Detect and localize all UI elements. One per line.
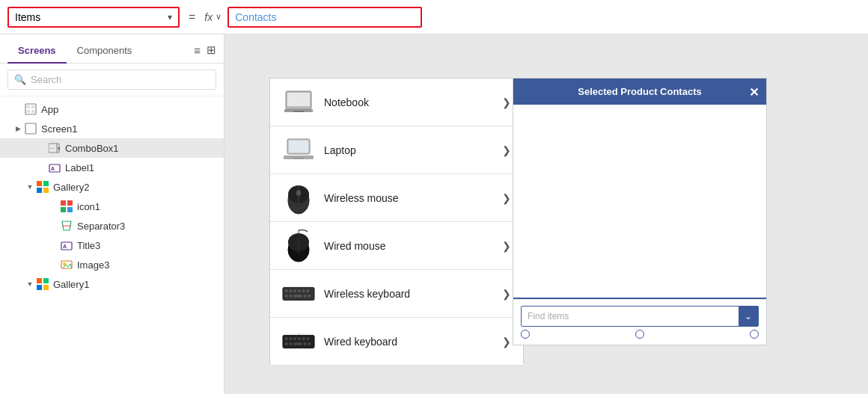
tree-label-gallery2: Gallery2 <box>53 182 218 193</box>
svg-rect-54 <box>293 294 302 297</box>
svg-rect-63 <box>307 337 310 340</box>
gallery1-icon <box>36 277 49 291</box>
gallery-item-laptop[interactable]: Laptop ❯ <box>270 126 523 174</box>
wired-mouse-chevron: ❯ <box>502 240 511 252</box>
tree-item-gallery1[interactable]: ▼ Gallery1 <box>0 274 224 294</box>
svg-rect-45 <box>283 287 314 300</box>
tree-item-icon1[interactable]: icon1 <box>0 197 224 216</box>
equals-sign: = <box>186 10 198 24</box>
svg-rect-27 <box>43 278 49 283</box>
svg-rect-14 <box>37 188 42 193</box>
notebook-chevron: ❯ <box>502 96 511 108</box>
svg-rect-19 <box>67 207 73 212</box>
selected-product-panel: Selected Product Contacts ✕ Find items ⌄ <box>513 78 767 345</box>
gallery-item-wireless-mouse[interactable]: Wireless mouse ❯ <box>270 174 523 222</box>
svg-rect-62 <box>302 337 305 340</box>
sidebar: Screens Components ≡ ⊞ 🔍 Search App <box>0 34 224 394</box>
tree-arrow-gallery1[interactable]: ▼ <box>24 280 36 288</box>
close-icon[interactable]: ✕ <box>749 84 759 99</box>
tree-label-combobox1: ComboBox1 <box>65 143 218 154</box>
wired-keyboard-image <box>282 325 315 358</box>
tree-label-title3: Title3 <box>77 240 218 251</box>
tree-item-gallery2[interactable]: ▼ Gallery2 <box>0 177 224 197</box>
svg-text:A: A <box>63 244 67 249</box>
svg-text:⋯: ⋯ <box>49 146 55 151</box>
tree-item-separator3[interactable]: Separator3 <box>0 216 224 236</box>
notebook-image <box>282 86 315 119</box>
tree-item-combobox1[interactable]: ⋯▾ ComboBox1 <box>0 138 224 158</box>
svg-rect-37 <box>293 158 304 159</box>
title3-icon: A <box>60 238 73 252</box>
resize-handles <box>521 327 759 339</box>
wireless-mouse-image <box>282 182 315 215</box>
tree-label-gallery1: Gallery1 <box>53 279 218 290</box>
fx-label: fx <box>204 11 213 23</box>
list-view-icon[interactable]: ≡ <box>194 44 201 57</box>
tree-item-label1[interactable]: A Label1 <box>0 158 224 177</box>
icon1-icon <box>60 200 73 213</box>
items-dropdown-arrow[interactable]: ▾ <box>168 12 172 22</box>
svg-rect-65 <box>290 342 293 345</box>
gallery-item-wired-mouse[interactable]: Wired mouse ❯ <box>270 222 523 270</box>
svg-rect-59 <box>290 337 293 340</box>
tree-label-label1: Label1 <box>65 162 218 173</box>
tree-arrow-screen1[interactable]: ▶ <box>12 125 24 132</box>
gallery-item-wireless-keyboard[interactable]: Wireless keyboard ❯ <box>270 270 523 318</box>
svg-rect-4 <box>31 110 34 113</box>
resize-handle-right[interactable] <box>750 330 759 339</box>
tree-arrow-gallery2[interactable]: ▼ <box>24 183 36 191</box>
selected-panel-body <box>513 105 766 299</box>
laptop-chevron: ❯ <box>502 144 511 156</box>
svg-rect-17 <box>67 200 73 206</box>
resize-handle-center[interactable] <box>635 330 644 339</box>
selected-panel-title: Selected Product Contacts <box>578 86 701 97</box>
tree-view: App ▶ Screen1 ⋯▾ ComboBox1 <box>0 96 224 394</box>
svg-rect-51 <box>307 289 310 292</box>
find-items-input-box[interactable]: Find items ⌄ <box>521 306 759 327</box>
formula-value: Contacts <box>235 11 276 23</box>
laptop-image <box>282 134 315 167</box>
tab-components[interactable]: Components <box>67 40 143 64</box>
gallery-item-notebook[interactable]: Notebook ❯ <box>270 79 523 126</box>
wireless-mouse-chevron: ❯ <box>502 192 511 204</box>
gallery2-icon <box>36 180 49 194</box>
svg-rect-56 <box>308 294 311 297</box>
tree-item-app[interactable]: App <box>0 99 224 119</box>
image3-icon <box>60 258 73 271</box>
svg-rect-49 <box>298 289 301 292</box>
svg-rect-50 <box>302 289 305 292</box>
svg-rect-47 <box>290 289 293 292</box>
fx-chevron[interactable]: ∨ <box>216 12 221 22</box>
tree-item-screen1[interactable]: ▶ Screen1 <box>0 119 224 138</box>
tree-item-title3[interactable]: A Title3 <box>0 236 224 255</box>
formula-box[interactable]: Contacts <box>227 7 422 28</box>
resize-handle-left[interactable] <box>521 330 530 339</box>
product-gallery-list: Notebook ❯ Laptop ❯ <box>269 78 524 364</box>
find-items-button[interactable]: ⌄ <box>739 307 758 326</box>
tree-item-image3[interactable]: Image3 <box>0 255 224 274</box>
svg-rect-58 <box>285 337 288 340</box>
svg-rect-61 <box>298 337 301 340</box>
svg-rect-26 <box>37 278 42 283</box>
tab-screens[interactable]: Screens <box>7 40 67 64</box>
svg-point-41 <box>296 190 301 196</box>
svg-rect-29 <box>43 285 49 290</box>
sidebar-tabs: Screens Components ≡ ⊞ <box>0 34 224 64</box>
svg-rect-1 <box>27 105 30 108</box>
separator3-icon <box>60 219 73 233</box>
items-property-box[interactable]: Items ▾ <box>7 7 180 28</box>
gallery-item-wired-keyboard[interactable]: Wired keyboard ❯ <box>270 318 523 366</box>
wireless-keyboard-chevron: ❯ <box>502 288 511 300</box>
svg-rect-68 <box>308 342 311 345</box>
svg-rect-46 <box>285 289 288 292</box>
grid-view-icon[interactable]: ⊞ <box>207 43 216 57</box>
toolbar: Items ▾ = fx ∨ Contacts <box>0 0 868 34</box>
app-icon <box>24 102 37 116</box>
tree-label-separator3: Separator3 <box>77 221 218 232</box>
canvas-area: Notebook ❯ Laptop ❯ <box>224 34 868 394</box>
main-layout: Screens Components ≡ ⊞ 🔍 Search App <box>0 34 868 394</box>
svg-rect-64 <box>285 342 288 345</box>
svg-rect-60 <box>293 337 296 340</box>
wired-keyboard-chevron: ❯ <box>502 336 511 348</box>
search-input-box[interactable]: 🔍 Search <box>7 70 216 90</box>
